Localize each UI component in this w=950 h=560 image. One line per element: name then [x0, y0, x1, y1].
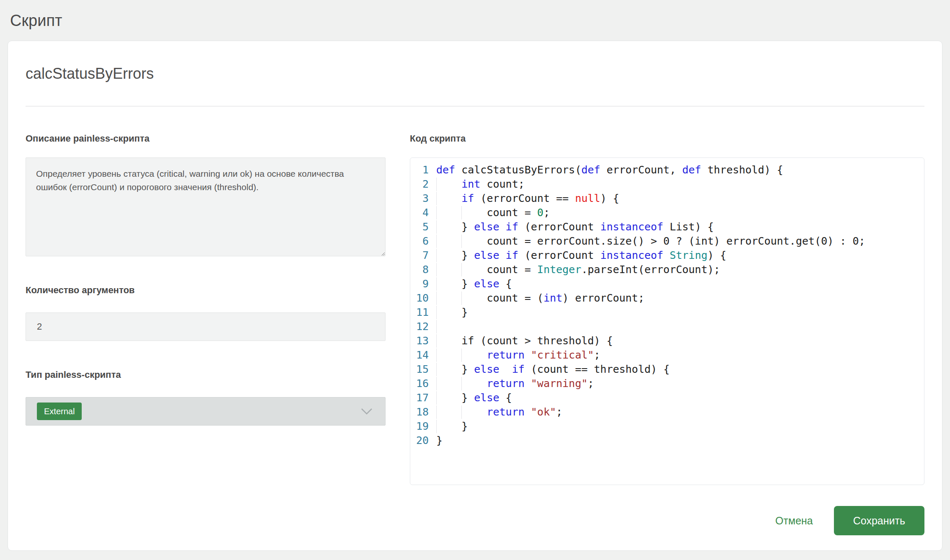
line-number: 16	[410, 377, 436, 391]
form-columns: Описание painless-скрипта Определяет уро…	[26, 106, 924, 485]
script-name-heading: calcStatusByErrors	[26, 65, 924, 83]
line-number: 7	[410, 248, 436, 263]
indent-guide	[436, 306, 437, 319]
code-editor[interactable]: 1def calcStatusByErrors(def errorCount, …	[410, 157, 924, 485]
indent-guide	[436, 206, 437, 219]
code-line: 15 } else if (count == threshold) {	[410, 362, 924, 377]
code-text: } else if (errorCount instanceof String)…	[436, 248, 924, 263]
code-line: 7 } else if (errorCount instanceof Strin…	[410, 248, 924, 263]
footer-actions: Отмена Сохранить	[26, 506, 924, 535]
code-text: }	[436, 434, 924, 448]
code-line: 10 count = (int) errorCount;	[410, 291, 924, 305]
indent-guide	[436, 320, 437, 333]
code-text: int count;	[436, 177, 924, 191]
line-number: 4	[410, 206, 436, 220]
code-line: 16 return "warning";	[410, 377, 924, 391]
script-form-card: calcStatusByErrors Описание painless-скр…	[8, 41, 942, 551]
code-text: count = Integer.parseInt(errorCount);	[436, 263, 924, 277]
line-number: 6	[410, 234, 436, 248]
code-text: } else {	[436, 277, 924, 291]
line-number: 20	[410, 434, 436, 448]
code-line: 3 if (errorCount == null) {	[410, 191, 924, 206]
indent-guide	[436, 377, 437, 390]
code-line: 20}	[410, 434, 924, 448]
code-editor-lines: 1def calcStatusByErrors(def errorCount, …	[410, 163, 924, 448]
indent-guide	[461, 206, 462, 219]
save-button[interactable]: Сохранить	[834, 506, 924, 535]
indent-guide	[461, 235, 462, 248]
right-column: Код скрипта 1def calcStatusByErrors(def …	[410, 106, 924, 485]
description-label: Описание painless-скрипта	[26, 133, 386, 144]
code-text: count = (int) errorCount;	[436, 291, 924, 305]
code-text: count = errorCount.size() > 0 ? (int) er…	[436, 234, 924, 248]
indent-guide	[436, 334, 437, 348]
line-number: 1	[410, 163, 436, 177]
code-line: 5 } else if (errorCount instanceof List)…	[410, 220, 924, 234]
code-line: 6 count = errorCount.size() > 0 ? (int) …	[410, 234, 924, 248]
line-number: 18	[410, 405, 436, 419]
code-line: 9 } else {	[410, 277, 924, 291]
code-line: 14 return "critical";	[410, 348, 924, 362]
indent-guide	[436, 178, 437, 191]
indent-guide	[436, 192, 437, 205]
page: Скрипт calcStatusByErrors Описание painl…	[0, 0, 950, 551]
line-number: 3	[410, 191, 436, 206]
code-text: def calcStatusByErrors(def errorCount, d…	[436, 163, 924, 177]
line-number: 12	[410, 320, 436, 334]
code-line: 8 count = Integer.parseInt(errorCount);	[410, 263, 924, 277]
indent-guide	[436, 348, 437, 362]
args-count-label: Количество аргументов	[26, 285, 386, 296]
line-number: 14	[410, 348, 436, 362]
code-line: 4 count = 0;	[410, 206, 924, 220]
page-title: Скрипт	[10, 12, 942, 30]
left-column: Описание painless-скрипта Определяет уро…	[26, 106, 386, 426]
cancel-button[interactable]: Отмена	[774, 511, 815, 530]
indent-guide	[436, 249, 437, 262]
indent-guide	[436, 235, 437, 248]
script-type-select[interactable]: External	[26, 397, 386, 426]
code-line: 12	[410, 320, 924, 334]
indent-guide	[436, 220, 437, 234]
code-label: Код скрипта	[410, 133, 924, 144]
line-number: 17	[410, 391, 436, 405]
line-number: 9	[410, 277, 436, 291]
code-text: }	[436, 419, 924, 434]
code-line: 2 int count;	[410, 177, 924, 191]
line-number: 11	[410, 305, 436, 320]
code-text: count = 0;	[436, 206, 924, 220]
code-line: 13 if (count > threshold) {	[410, 334, 924, 348]
chevron-down-icon	[361, 408, 373, 415]
indent-guide	[436, 420, 437, 433]
code-text: if (count > threshold) {	[436, 334, 924, 348]
indent-guide	[461, 377, 462, 390]
line-number: 8	[410, 263, 436, 277]
code-line: 18 return "ok";	[410, 405, 924, 419]
indent-guide	[461, 405, 462, 419]
code-text: return "warning";	[436, 377, 924, 391]
code-text: return "ok";	[436, 405, 924, 419]
indent-guide	[461, 292, 462, 305]
indent-guide	[436, 292, 437, 305]
code-text: } else if (errorCount instanceof List) {	[436, 220, 924, 234]
code-text: } else if (count == threshold) {	[436, 362, 924, 377]
code-text: } else {	[436, 391, 924, 405]
args-count-input[interactable]	[26, 312, 386, 341]
indent-guide	[461, 263, 462, 276]
indent-guide	[436, 405, 437, 419]
line-number: 2	[410, 177, 436, 191]
code-text: return "critical";	[436, 348, 924, 362]
code-text: }	[436, 305, 924, 320]
script-type-badge: External	[37, 403, 82, 420]
code-line: 19 }	[410, 419, 924, 434]
code-line: 1def calcStatusByErrors(def errorCount, …	[410, 163, 924, 177]
code-line: 17 } else {	[410, 391, 924, 405]
line-number: 13	[410, 334, 436, 348]
code-text: if (errorCount == null) {	[436, 191, 924, 206]
indent-guide	[436, 391, 437, 405]
indent-guide	[436, 277, 437, 291]
code-text	[436, 320, 924, 334]
indent-guide	[461, 348, 462, 362]
description-textarea[interactable]: Определяет уровень статуса (critical, wa…	[26, 157, 386, 256]
code-line: 11 }	[410, 305, 924, 320]
line-number: 19	[410, 419, 436, 434]
